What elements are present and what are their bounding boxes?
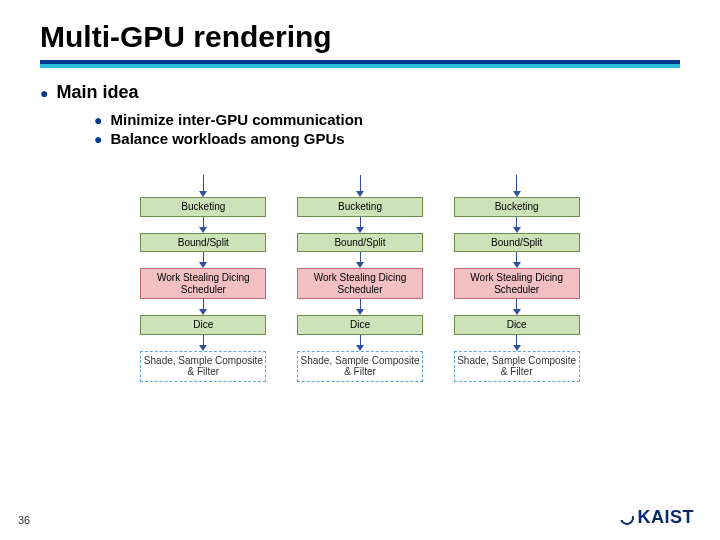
pipeline-stage-box: Bound/Split xyxy=(140,233,266,253)
pipeline-stage-box: Bucketing xyxy=(454,197,580,217)
arrow-down-icon xyxy=(356,335,364,351)
pipeline-stage-box: Work Stealing Dicing Scheduler xyxy=(297,268,423,299)
pipeline-stage-box: Shade, Sample Composite & Filter xyxy=(454,351,580,382)
bullet-icon: ● xyxy=(40,85,48,101)
pipeline-column: BucketingBound/SplitWork Stealing Dicing… xyxy=(453,175,580,382)
arrow-down-icon xyxy=(356,217,364,233)
logo-text: KAIST xyxy=(638,507,695,528)
arrow-down-icon xyxy=(199,252,207,268)
arrow-down-icon xyxy=(356,252,364,268)
sub-bullet-list: ● Minimize inter-GPU communication ● Bal… xyxy=(94,111,680,147)
sub-bullet-item: ● Minimize inter-GPU communication xyxy=(94,111,680,128)
sub-bullet-text: Balance workloads among GPUs xyxy=(110,130,344,147)
arrow-down-icon xyxy=(513,335,521,351)
logo-swoosh-icon xyxy=(617,508,636,527)
pipeline-stage-box: Shade, Sample Composite & Filter xyxy=(297,351,423,382)
arrow-down-icon xyxy=(513,252,521,268)
pipeline-stage-box: Bound/Split xyxy=(454,233,580,253)
arrow-down-icon xyxy=(199,217,207,233)
kaist-logo: KAIST xyxy=(620,507,695,528)
pipeline-stage-box: Dice xyxy=(140,315,266,335)
pipeline-diagram: BucketingBound/SplitWork Stealing Dicing… xyxy=(140,175,580,382)
sub-bullet-item: ● Balance workloads among GPUs xyxy=(94,130,680,147)
bullet-icon: ● xyxy=(94,112,102,128)
arrow-down-icon xyxy=(199,175,207,197)
page-number: 36 xyxy=(18,514,30,526)
arrow-down-icon xyxy=(199,299,207,315)
pipeline-stage-box: Dice xyxy=(297,315,423,335)
slide-title: Multi-GPU rendering xyxy=(40,20,680,54)
pipeline-column: BucketingBound/SplitWork Stealing Dicing… xyxy=(140,175,267,382)
arrow-down-icon xyxy=(513,217,521,233)
main-idea-heading: ● Main idea xyxy=(40,82,680,103)
pipeline-stage-box: Shade, Sample Composite & Filter xyxy=(140,351,266,382)
pipeline-stage-box: Work Stealing Dicing Scheduler xyxy=(454,268,580,299)
pipeline-stage-box: Work Stealing Dicing Scheduler xyxy=(140,268,266,299)
arrow-down-icon xyxy=(513,175,521,197)
arrow-down-icon xyxy=(513,299,521,315)
arrow-down-icon xyxy=(199,335,207,351)
bullet-icon: ● xyxy=(94,131,102,147)
sub-bullet-text: Minimize inter-GPU communication xyxy=(110,111,363,128)
arrow-down-icon xyxy=(356,175,364,197)
pipeline-stage-box: Bucketing xyxy=(140,197,266,217)
arrow-down-icon xyxy=(356,299,364,315)
main-idea-text: Main idea xyxy=(56,82,138,103)
pipeline-stage-box: Bound/Split xyxy=(297,233,423,253)
title-rule xyxy=(40,60,680,68)
pipeline-stage-box: Dice xyxy=(454,315,580,335)
pipeline-stage-box: Bucketing xyxy=(297,197,423,217)
pipeline-column: BucketingBound/SplitWork Stealing Dicing… xyxy=(297,175,424,382)
